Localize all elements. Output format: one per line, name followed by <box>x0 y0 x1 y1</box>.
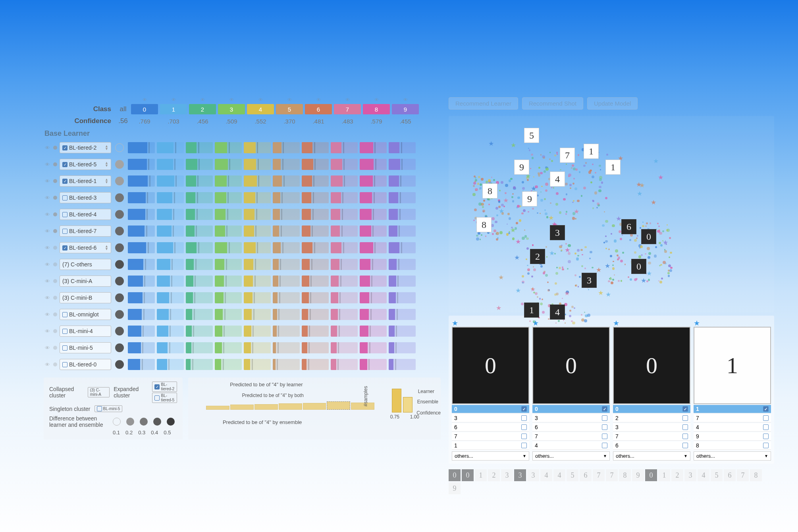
visibility-toggle-icon[interactable]: 👁 <box>305 97 332 102</box>
scatter-point[interactable] <box>539 298 541 299</box>
scatter-star-icon[interactable]: ★ <box>641 277 646 284</box>
scatter-point[interactable] <box>611 233 612 234</box>
scatter-point[interactable] <box>630 234 632 236</box>
scatter-point[interactable] <box>565 213 567 214</box>
scatter-point[interactable] <box>659 265 661 266</box>
confidence-bar-cell[interactable] <box>389 276 416 287</box>
scatter-point[interactable] <box>577 200 580 202</box>
scatter-point[interactable] <box>605 197 607 199</box>
scatter-point[interactable] <box>551 187 552 188</box>
confidence-bar-cell[interactable] <box>186 192 213 203</box>
thumbnail-digit[interactable]: 2 <box>671 469 683 481</box>
scatter-point[interactable] <box>547 281 549 283</box>
scatter-point[interactable] <box>542 155 545 158</box>
scatter-point[interactable] <box>521 303 524 305</box>
scatter-point[interactable] <box>548 289 549 291</box>
confidence-bar-cell[interactable] <box>389 292 416 303</box>
scatter-point[interactable] <box>482 206 484 208</box>
scatter-prototype-digit[interactable]: 3 <box>550 225 565 240</box>
scatter-point[interactable] <box>574 274 576 276</box>
scatter-point[interactable] <box>533 268 536 271</box>
scatter-point[interactable] <box>496 214 498 216</box>
scatter-point[interactable] <box>540 154 542 156</box>
confidence-bar-cell[interactable] <box>273 175 300 187</box>
learner-checkbox[interactable] <box>62 345 67 351</box>
learner-name-box[interactable]: (3) C-mini-B <box>60 292 111 303</box>
scatter-point[interactable] <box>476 235 478 237</box>
confidence-bar-cell[interactable] <box>215 175 242 187</box>
scatter-point[interactable] <box>614 239 617 242</box>
confidence-bar-cell[interactable] <box>186 242 213 253</box>
confidence-bar-cell[interactable] <box>302 175 329 187</box>
scatter-point[interactable] <box>505 192 507 194</box>
scatter-point[interactable] <box>478 176 480 178</box>
scatter-point[interactable] <box>569 184 572 186</box>
scatter-point[interactable] <box>556 152 558 154</box>
scatter-point[interactable] <box>588 171 591 173</box>
scatter-point[interactable] <box>472 193 476 196</box>
scatter-point[interactable] <box>650 222 652 224</box>
scatter-point[interactable] <box>578 154 580 156</box>
eye-icon[interactable]: 👁 <box>44 362 51 368</box>
scatter-prototype-digit[interactable]: 1 <box>584 144 599 159</box>
learner-name-box[interactable]: (3) C-mini-A <box>60 276 111 287</box>
confidence-bar-cell[interactable] <box>157 276 184 287</box>
scatter-point[interactable] <box>533 176 534 177</box>
scatter-point[interactable] <box>659 281 662 283</box>
prediction-row[interactable]: 3 <box>452 414 529 422</box>
thumbnail-digit[interactable]: 1 <box>475 469 487 481</box>
scatter-point[interactable] <box>555 272 558 275</box>
learner-checkbox[interactable] <box>62 212 67 217</box>
confidence-bar-cell[interactable] <box>186 226 213 237</box>
learner-name-box[interactable]: BL-tiered-0 <box>60 359 111 370</box>
scatter-point[interactable] <box>474 208 477 211</box>
scatter-point[interactable] <box>517 197 520 199</box>
confidence-bar-cell[interactable] <box>360 142 387 153</box>
scatter-prototype-digit[interactable]: 0 <box>631 259 646 274</box>
scatter-point[interactable] <box>592 200 594 202</box>
scatter-point[interactable] <box>512 193 513 195</box>
scatter-point[interactable] <box>629 239 631 241</box>
learner-name-box[interactable]: ✓BL-tiered-1▲▼ <box>60 175 111 187</box>
eye-icon[interactable]: 👁 <box>44 212 51 218</box>
confidence-bar-cell[interactable] <box>128 142 155 153</box>
scatter-point[interactable] <box>599 186 601 189</box>
confidence-bar-cell[interactable] <box>331 209 358 220</box>
confidence-bar-cell[interactable] <box>331 259 358 270</box>
confidence-bar-cell[interactable] <box>186 209 213 220</box>
scatter-point[interactable] <box>575 218 576 220</box>
confidence-bar-cell[interactable] <box>244 192 271 203</box>
scatter-point[interactable] <box>572 183 574 185</box>
scatter-prototype-digit[interactable]: 7 <box>560 148 575 163</box>
scatter-point[interactable] <box>574 187 577 190</box>
scatter-point[interactable] <box>527 272 530 275</box>
confidence-bar-cell[interactable] <box>157 209 184 220</box>
confidence-bar-cell[interactable] <box>302 309 329 320</box>
scatter-point[interactable] <box>645 226 646 227</box>
confidence-bar-cell[interactable] <box>273 259 300 270</box>
scatter-point[interactable] <box>571 167 572 168</box>
class-header-cell[interactable]: 4 <box>247 104 274 114</box>
learner-checkbox[interactable]: ✓ <box>62 245 67 251</box>
thumbnail-digit[interactable]: 5 <box>711 469 723 481</box>
scatter-point[interactable] <box>532 244 534 246</box>
confidence-bar-cell[interactable] <box>157 259 184 270</box>
confidence-bar-cell[interactable] <box>128 276 155 287</box>
eye-icon[interactable]: 👁 <box>44 278 51 284</box>
class-header-cell[interactable]: 5 <box>276 104 303 114</box>
others-dropdown[interactable]: others...▼ <box>613 451 690 461</box>
confidence-bar-cell[interactable] <box>215 142 242 153</box>
scatter-point[interactable] <box>545 168 549 171</box>
confidence-bar-cell[interactable] <box>244 342 271 353</box>
scatter-point[interactable] <box>597 202 599 205</box>
thumbnail-digit[interactable]: 4 <box>540 469 552 481</box>
scatter-point[interactable] <box>491 224 494 227</box>
scatter-point[interactable] <box>567 268 569 270</box>
confidence-bar-cell[interactable] <box>302 326 329 337</box>
scatter-point[interactable] <box>622 234 623 235</box>
scatter-prototype-digit[interactable]: 1 <box>524 303 539 318</box>
visibility-toggle-icon[interactable]: 👁 <box>247 97 274 102</box>
prediction-checkbox[interactable]: ✓ <box>682 406 688 412</box>
scatter-star-icon[interactable]: ★ <box>596 266 601 274</box>
scatter-point[interactable] <box>612 279 614 281</box>
